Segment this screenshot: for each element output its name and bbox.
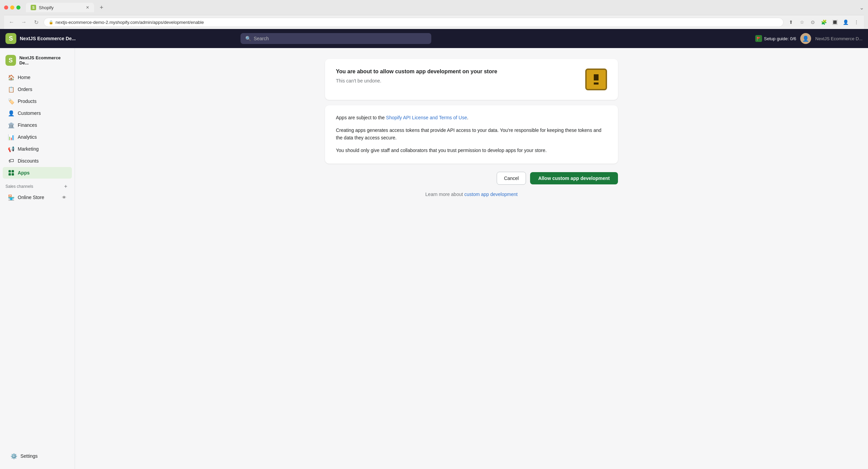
- extensions-icon[interactable]: 🧩: [819, 17, 828, 27]
- products-icon: 🏷️: [8, 98, 14, 104]
- user-name: NextJS Ecommerce D...: [815, 36, 863, 41]
- svg-rect-4: [594, 74, 599, 76]
- forward-button[interactable]: →: [19, 17, 29, 27]
- sidebar-item-finances[interactable]: 🏛️ Finances: [3, 119, 72, 131]
- warning-card-text: You are about to allow custom app develo…: [336, 69, 497, 84]
- screenshot-icon[interactable]: ⊙: [808, 17, 818, 27]
- orders-icon: 📋: [8, 86, 14, 92]
- sidebar-footer: ⚙️ Settings: [0, 447, 75, 465]
- sidebar-label-marketing: Marketing: [18, 146, 38, 152]
- user-avatar-button[interactable]: 👤: [800, 33, 811, 44]
- maximize-traffic-light[interactable]: [16, 5, 20, 10]
- terms-para-2: You should only give staff and collabora…: [336, 147, 607, 154]
- address-bar[interactable]: 🔒 nextjs-ecommerce-demo-2.myshopify.com/…: [44, 18, 784, 27]
- sidebar-header: S NextJS Ecommerce De...: [0, 52, 75, 71]
- profile-icon[interactable]: 👤: [841, 17, 850, 27]
- search-input[interactable]: Search: [254, 36, 269, 41]
- page-wrapper: S Shopify ✕ + ⌄ ← → ↻ 🔒 nextjs-ecommerce…: [0, 0, 868, 469]
- home-icon: 🏠: [8, 74, 14, 80]
- more-options-icon[interactable]: ⋮: [852, 17, 861, 27]
- svg-rect-0: [9, 170, 11, 172]
- traffic-lights: [4, 5, 20, 10]
- new-tab-button[interactable]: +: [97, 3, 106, 12]
- sidebar-item-online-store[interactable]: 🏪 Online Store 👁: [3, 192, 72, 203]
- learn-more: Learn more about custom app development: [325, 192, 618, 197]
- sidebar-nav: 🏠 Home 📋 Orders 🏷️ Products 👤 Customers …: [0, 71, 75, 447]
- tab-favicon: S: [31, 5, 36, 10]
- svg-rect-6: [594, 78, 599, 80]
- search-input-wrap[interactable]: 🔍 Search: [241, 33, 431, 44]
- settings-icon: ⚙️: [11, 453, 17, 459]
- svg-rect-5: [594, 76, 599, 78]
- back-button[interactable]: ←: [7, 17, 16, 27]
- setup-guide-button[interactable]: 🚩 Setup guide: 0/6: [755, 35, 796, 42]
- sidebar-item-discounts[interactable]: 🏷 Discounts: [3, 155, 72, 167]
- sidebar-label-finances: Finances: [18, 122, 37, 128]
- header-store-name: NextJS Ecommerce De...: [20, 36, 76, 41]
- warning-card: You are about to allow custom app develo…: [325, 59, 618, 100]
- tab-close-button[interactable]: ✕: [86, 5, 89, 10]
- terms-para-1: Creating apps generates access tokens th…: [336, 126, 607, 142]
- terms-heading-suffix: .: [467, 115, 468, 120]
- sidebar-item-orders[interactable]: 📋 Orders: [3, 84, 72, 95]
- sidebar-item-customers[interactable]: 👤 Customers: [3, 107, 72, 119]
- learn-more-prefix: Learn more about: [425, 192, 464, 197]
- close-traffic-light[interactable]: [4, 5, 8, 10]
- marketing-icon: 📢: [8, 146, 14, 152]
- sidebar-label-online-store: Online Store: [18, 195, 44, 200]
- search-icon: 🔍: [245, 36, 251, 41]
- browser-menu-button[interactable]: ⌄: [859, 4, 864, 11]
- refresh-button[interactable]: ↻: [31, 17, 41, 27]
- main-content: You are about to allow custom app develo…: [75, 48, 868, 469]
- svg-rect-3: [12, 173, 14, 176]
- header-logo-area: S NextJS Ecommerce De...: [5, 33, 76, 44]
- browser-tab[interactable]: S Shopify ✕: [26, 3, 94, 12]
- action-row: Cancel Allow custom app development: [325, 172, 618, 185]
- sidebar-item-analytics[interactable]: 📊 Analytics: [3, 131, 72, 143]
- sidebar: S NextJS Ecommerce De... 🏠 Home 📋 Orders…: [0, 48, 75, 469]
- sidebar-item-products[interactable]: 🏷️ Products: [3, 95, 72, 107]
- terms-heading: Apps are subject to the Shopify API Lice…: [336, 115, 607, 120]
- user-icon[interactable]: 🔳: [830, 17, 839, 27]
- warning-title: You are about to allow custom app develo…: [336, 69, 497, 75]
- body-wrapper: S NextJS Ecommerce De... 🏠 Home 📋 Orders…: [0, 48, 868, 469]
- learn-more-link[interactable]: custom app development: [464, 192, 517, 197]
- analytics-icon: 📊: [8, 134, 14, 140]
- sidebar-label-products: Products: [18, 99, 36, 104]
- sidebar-shopify-logo: S: [5, 55, 16, 66]
- sidebar-label-analytics: Analytics: [18, 134, 37, 140]
- customers-icon: 👤: [8, 110, 14, 116]
- warning-icon: [585, 69, 607, 90]
- sidebar-item-settings[interactable]: ⚙️ Settings: [5, 450, 69, 462]
- tab-title: Shopify: [39, 5, 53, 10]
- sidebar-item-home[interactable]: 🏠 Home: [3, 72, 72, 83]
- shopify-header: S NextJS Ecommerce De... 🔍 Search 🚩 Setu…: [0, 29, 868, 48]
- cancel-button[interactable]: Cancel: [497, 172, 526, 185]
- add-sales-channel-button[interactable]: +: [62, 183, 69, 190]
- share-icon[interactable]: ⬆: [786, 17, 796, 27]
- sidebar-item-marketing[interactable]: 📢 Marketing: [3, 143, 72, 155]
- sidebar-item-apps[interactable]: Apps: [3, 167, 72, 179]
- svg-rect-7: [594, 82, 599, 85]
- setup-guide-label: Setup guide: 0/6: [764, 36, 796, 41]
- header-right: 🚩 Setup guide: 0/6 👤 NextJS Ecommerce D.…: [755, 33, 863, 44]
- allow-custom-app-development-button[interactable]: Allow custom app development: [530, 172, 618, 184]
- terms-link[interactable]: Shopify API License and Terms of Use: [386, 115, 467, 120]
- terms-card: Apps are subject to the Shopify API Lice…: [325, 105, 618, 164]
- minimize-traffic-light[interactable]: [10, 5, 14, 10]
- sidebar-label-home: Home: [18, 75, 30, 80]
- sidebar-label-customers: Customers: [18, 110, 41, 116]
- finances-icon: 🏛️: [8, 122, 14, 128]
- browser-chrome: S Shopify ✕ + ⌄ ← → ↻ 🔒 nextjs-ecommerce…: [0, 0, 868, 29]
- sidebar-label-apps: Apps: [18, 170, 30, 176]
- content-wrapper: You are about to allow custom app develo…: [325, 59, 618, 197]
- browser-toolbar: ← → ↻ 🔒 nextjs-ecommerce-demo-2.myshopif…: [4, 15, 864, 29]
- shopify-logo: S: [5, 33, 16, 44]
- discounts-icon: 🏷: [8, 158, 14, 164]
- warning-subtitle: This can't be undone.: [336, 78, 497, 84]
- terms-heading-prefix: Apps are subject to the: [336, 115, 386, 120]
- bookmark-icon[interactable]: ☆: [797, 17, 807, 27]
- header-search: 🔍 Search: [241, 33, 431, 44]
- online-store-eye-icon[interactable]: 👁: [62, 195, 66, 200]
- setup-flag-icon: 🚩: [755, 35, 762, 42]
